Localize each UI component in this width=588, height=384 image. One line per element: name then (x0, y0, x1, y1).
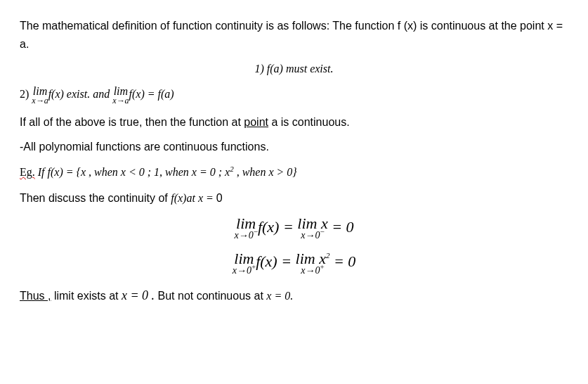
eq: = (277, 252, 296, 270)
text: limit exists at (51, 290, 121, 302)
text: a is continuous. (268, 116, 350, 128)
thus-label: Thus , (20, 290, 51, 302)
lim-x2: lim x2 (296, 251, 330, 267)
eq-zero: = 0 (329, 252, 355, 270)
lim-sub: x→a (32, 96, 48, 105)
text: But not continuous at (155, 290, 266, 302)
text: If f(x) = {x , when x < 0 ; 1, when x = … (35, 166, 230, 178)
lim-sub: x→0+ (296, 266, 330, 276)
eq: = (279, 218, 297, 236)
limit-block: lim x x→0− (297, 216, 327, 241)
conclusion-paragraph: If all of the above is true, then the fu… (20, 113, 568, 132)
limit-left: lim x→0− f(x) = lim x x→0− = 0 (20, 215, 568, 241)
limit-block: lim x→0− (234, 216, 257, 241)
text: exist. and (64, 88, 112, 100)
fx: f(x) (48, 88, 64, 100)
fx: f(x) (256, 252, 277, 270)
text: If all of the above is true, then the fu… (20, 116, 244, 128)
question-line: Then discuss the continuity of f(x)at x … (20, 189, 568, 207)
limit-block: lim x→0+ (233, 251, 256, 276)
math: x = 0. (266, 290, 293, 302)
eq: = f(a) (145, 88, 174, 100)
thus-line: Thus , limit exists at x = 0 . But not c… (20, 286, 568, 306)
text: The mathematical definition of function … (20, 20, 563, 50)
lim-sub: x→0+ (233, 266, 256, 276)
eq-zero: = 0 (328, 218, 354, 236)
intro-paragraph: The mathematical definition of function … (20, 17, 568, 53)
text: f(x)at x = (171, 192, 216, 204)
example-line: Eg. If f(x) = {x , when x < 0 ; 1, when … (20, 163, 568, 181)
limit-block: lim x2 x→0+ (296, 251, 330, 276)
text: 1) f(a) must exist. (255, 63, 334, 75)
text-underlined: point (244, 116, 268, 128)
lim-sub: x→0− (297, 231, 327, 241)
condition-1: 1) f(a) must exist. (20, 60, 568, 78)
text: , when x > 0} (234, 166, 297, 178)
text: Then discuss the continuity of (20, 192, 171, 204)
limit-block: limx→a (32, 86, 48, 105)
math: x = 0 . (122, 288, 155, 302)
text: 0 (216, 192, 223, 204)
example-label: Eg. (20, 166, 35, 178)
prefix: 2) (20, 88, 32, 100)
limit-right: lim x→0+ f(x) = lim x2 x→0+ = 0 (20, 249, 568, 275)
fx: f(x) (258, 218, 280, 236)
note-polynomial: -All polynomial functions are continuous… (20, 138, 568, 156)
fx: f(x) (129, 88, 145, 100)
lim-sub: x→0− (234, 231, 257, 241)
condition-2: 2) limx→af(x) exist. and limx→af(x) = f(… (20, 85, 568, 105)
limit-block: limx→a (112, 86, 129, 105)
text: -All polynomial functions are continuous… (20, 141, 269, 153)
lim-sub: x→a (112, 96, 129, 105)
